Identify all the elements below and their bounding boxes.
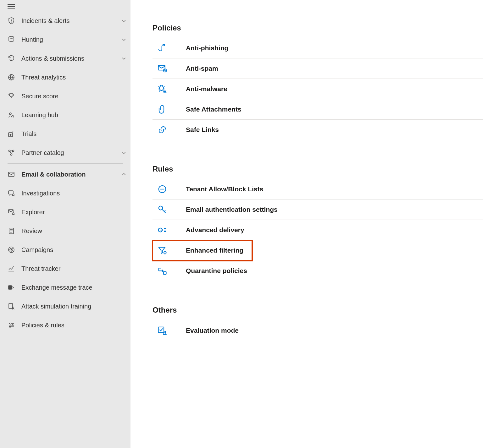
chevron-up-icon [117,172,130,177]
svg-point-17 [11,249,12,250]
nav-item-label: Policies & rules [21,322,130,329]
svg-rect-19 [9,303,13,309]
rules-row-email-auth-settings[interactable]: Email authentication settings [153,199,483,220]
policy-row-safe-attachments[interactable]: Safe Attachments [153,99,483,120]
mail-icon [8,171,21,178]
nav-item-partner-catalog[interactable]: Partner catalog [0,143,130,162]
svg-rect-10 [8,191,13,194]
settings-sliders-icon [8,321,21,329]
sidebar-divider [8,163,123,164]
sidebar: Incidents & alerts Hunting Actions & sub… [0,0,130,448]
section-title: Rules [153,165,483,173]
filter-gear-icon [158,246,186,255]
svg-point-23 [9,326,11,327]
nav-item-label: Incidents & alerts [21,17,117,25]
nav-item-label: Campaigns [21,246,130,254]
nav-item-trials[interactable]: Trials [0,124,130,143]
svg-rect-32 [164,272,166,275]
line-chart-icon [8,265,21,272]
others-row-evaluation-mode[interactable]: Evaluation mode [153,320,483,341]
nav-item-label: Hunting [21,36,117,43]
nav-item-learning-hub[interactable]: Learning hub [0,106,130,124]
nav-subitem-attack-simulation[interactable]: Attack simulation training [0,297,130,316]
main-content: Policies Anti-phishing Anti-spam Anti-ma… [130,0,483,448]
history-list-icon [8,55,21,62]
policy-row-safe-links[interactable]: Safe Links [153,120,483,140]
nav-subitem-policies-rules[interactable]: Policies & rules [0,316,130,335]
rules-row-advanced-delivery[interactable]: Advanced delivery [153,220,483,240]
nav-item-label: Trials [21,130,130,138]
document-person-icon [8,303,21,310]
svg-point-1 [9,36,14,38]
attachment-icon [158,105,186,114]
policy-row-label: Advanced delivery [186,226,244,234]
nav-item-label: Investigations [21,190,130,197]
database-icon [8,36,21,43]
nav-item-label: Threat analytics [21,74,130,81]
target-icon [8,246,21,254]
nav-item-secure-score[interactable]: Secure score [0,87,130,106]
chevron-down-icon [117,37,130,42]
hamburger-menu-button[interactable] [0,2,15,11]
svg-point-8 [11,154,12,156]
section-rules: Rules Tenant Allow/Block Lists Email aut… [153,165,483,281]
nav-item-label: Exchange message trace [21,284,130,291]
nav-subitem-campaigns[interactable]: Campaigns [0,240,130,259]
section-title: Others [153,306,483,314]
svg-point-0 [11,22,12,22]
svg-rect-9 [8,172,14,177]
svg-rect-12 [8,210,13,213]
nav-item-label: Partner catalog [21,149,117,156]
nav-item-hunting[interactable]: Hunting [0,30,130,49]
nav-subitem-explorer[interactable]: Explorer [0,203,130,221]
nav-item-label: Attack simulation training [21,303,130,310]
nav-item-actions-submissions[interactable]: Actions & submissions [0,49,130,68]
policy-row-label: Anti-malware [186,85,227,93]
svg-rect-18 [8,286,12,289]
nav-item-label: Explorer [21,209,130,216]
link-icon [158,125,186,134]
policy-row-anti-spam[interactable]: Anti-spam [153,58,483,79]
rules-row-enhanced-filtering[interactable]: Enhanced filtering [153,240,252,261]
rules-row-tenant-allow-block[interactable]: Tenant Allow/Block Lists [153,179,483,199]
nav-item-incidents-alerts[interactable]: Incidents & alerts [0,11,130,30]
add-sparkle-icon [8,130,21,138]
svg-point-24 [164,44,165,46]
chevron-down-icon [117,150,130,155]
section-policies: Policies Anti-phishing Anti-spam Anti-ma… [153,24,483,140]
svg-point-27 [159,86,164,90]
nav-item-label: Learning hub [21,112,130,119]
learning-icon [8,111,21,119]
shield-alert-icon [8,17,21,25]
nav-section-label: Email & collaboration [21,171,117,178]
phishing-hook-icon [158,43,186,53]
nodes-icon [8,149,21,156]
nav-subitem-threat-tracker[interactable]: Threat tracker [0,259,130,278]
nav-item-label: Secure score [21,93,130,100]
policy-row-label: Tenant Allow/Block Lists [186,185,263,193]
svg-rect-33 [158,327,164,332]
policy-row-label: Anti-phishing [186,44,228,52]
nav-item-threat-analytics[interactable]: Threat analytics [0,68,130,87]
checkbox-flask-icon [158,326,186,335]
nav-section-email-collaboration[interactable]: Email & collaboration [0,165,130,184]
nav-subitem-exchange-message-trace[interactable]: Exchange message trace [0,278,130,297]
nav-subitem-review[interactable]: Review [0,221,130,240]
nav-subitem-investigations[interactable]: Investigations [0,184,130,203]
policy-row-label: Safe Links [186,126,219,134]
policy-row-label: Anti-spam [186,65,218,72]
svg-point-4 [13,115,14,116]
policy-row-label: Safe Attachments [186,106,242,113]
circle-minus-icon [158,184,186,194]
flow-box-icon [158,266,186,276]
policy-row-label: Evaluation mode [186,327,239,334]
globe-chart-icon [8,74,21,81]
exchange-icon [8,284,21,291]
mail-search-icon [8,208,21,216]
nav-item-label: Actions & submissions [21,55,117,62]
rules-row-quarantine-policies[interactable]: Quarantine policies [153,261,483,281]
policy-row-anti-phishing[interactable]: Anti-phishing [153,38,483,58]
policy-row-anti-malware[interactable]: Anti-malware [153,79,483,99]
svg-point-22 [12,325,13,326]
policy-row-label: Email authentication settings [186,206,278,213]
